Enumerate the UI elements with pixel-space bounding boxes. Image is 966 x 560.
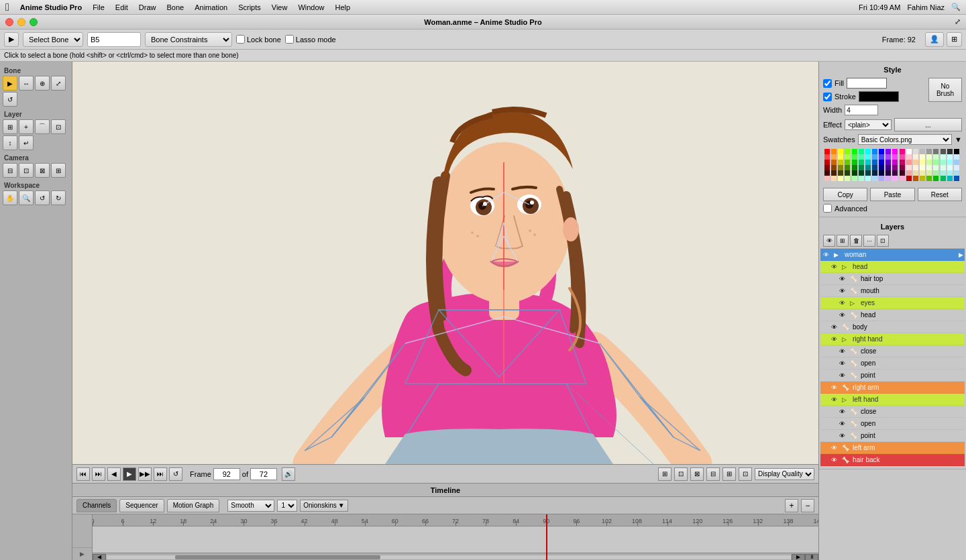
layer-item-left-open[interactable]: 👁🦴open — [820, 418, 965, 430]
swatch-cell[interactable] — [947, 160, 953, 165]
go-end-button[interactable]: ⏭ — [154, 467, 167, 481]
layer-item-point[interactable]: 👁🦴point — [820, 370, 965, 382]
swatch-cell[interactable] — [926, 154, 932, 160]
swatch-cell[interactable] — [824, 170, 830, 176]
swatch-cell[interactable] — [933, 170, 938, 176]
swatch-cell[interactable] — [906, 160, 912, 165]
step-back-button[interactable]: ⏭ — [92, 467, 105, 481]
swatch-cell[interactable] — [947, 149, 953, 154]
swatch-cell[interactable] — [926, 170, 932, 176]
pan-tool[interactable]: ✋ — [3, 190, 17, 205]
swatch-cell[interactable] — [845, 165, 850, 170]
swatch-cell[interactable] — [913, 154, 918, 160]
zoom-in-button[interactable]: + — [785, 499, 798, 512]
swatch-cell[interactable] — [900, 149, 905, 154]
swatch-cell[interactable] — [859, 165, 864, 170]
swatch-cell[interactable] — [838, 160, 843, 165]
close-button[interactable] — [5, 18, 13, 26]
swatch-cell[interactable] — [852, 176, 857, 181]
fill-color-swatch[interactable] — [847, 78, 887, 89]
swatch-cell[interactable] — [852, 165, 857, 170]
swatch-cell[interactable] — [838, 149, 843, 154]
swatch-cell[interactable] — [852, 170, 857, 176]
scroll-right-button[interactable]: ▶ — [792, 554, 805, 561]
fill-tool[interactable]: ⊡ — [51, 119, 66, 134]
layer-vis-icon[interactable]: 👁 — [831, 457, 841, 463]
swatch-cell[interactable] — [920, 170, 925, 176]
minimize-button[interactable] — [17, 18, 25, 26]
menu-scripts[interactable]: Scripts — [238, 3, 261, 11]
display-quality-dropdown[interactable]: Display Quality — [755, 468, 814, 480]
swatches-grid[interactable] — [824, 149, 961, 181]
menu-file[interactable]: File — [93, 3, 105, 11]
advanced-checkbox[interactable] — [823, 204, 832, 213]
swatch-cell[interactable] — [954, 165, 959, 170]
swatch-cell[interactable] — [913, 176, 918, 181]
swatch-cell[interactable] — [926, 176, 932, 181]
cursor-tool-button[interactable]: ▶ — [4, 32, 19, 47]
swatch-cell[interactable] — [947, 154, 953, 160]
swatch-cell[interactable] — [954, 170, 959, 176]
zoom-tool[interactable]: 🔍 — [19, 190, 34, 205]
swatch-cell[interactable] — [906, 154, 912, 160]
view-btn1[interactable]: ⊞ — [658, 467, 672, 481]
swatch-cell[interactable] — [831, 149, 837, 154]
add-point-tool[interactable]: + — [19, 119, 34, 134]
layer-vis-icon[interactable]: 👁 — [839, 421, 849, 427]
motion-graph-tab[interactable]: Motion Graph — [167, 499, 220, 512]
swatch-cell[interactable] — [892, 176, 898, 181]
fill-checkbox[interactable] — [823, 79, 832, 88]
timeline-scrollbar[interactable] — [106, 555, 792, 560]
apple-menu[interactable]:  — [5, 1, 9, 13]
swatch-cell[interactable] — [947, 170, 953, 176]
swatch-cell[interactable] — [885, 160, 891, 165]
lock-bone-checkbox[interactable] — [236, 35, 245, 44]
swatch-cell[interactable] — [913, 149, 918, 154]
swatch-cell[interactable] — [933, 154, 938, 160]
layer-item-body[interactable]: 👁🦴body — [820, 321, 965, 333]
zoom-out-button[interactable]: − — [801, 499, 814, 512]
swatch-cell[interactable] — [838, 165, 843, 170]
menu-view[interactable]: View — [272, 3, 288, 11]
group-tool[interactable]: ↵ — [19, 135, 34, 150]
layer-settings-btn[interactable]: ⊞ — [837, 235, 849, 247]
swatch-cell[interactable] — [900, 176, 905, 181]
swatch-cell[interactable] — [845, 160, 850, 165]
layer-item-left-hand[interactable]: 👁▷left hand — [820, 394, 965, 406]
camera-tool3[interactable]: ⊠ — [35, 163, 50, 178]
reset-button[interactable]: Reset — [918, 188, 962, 201]
go-start-button[interactable]: ⏮ — [76, 467, 90, 481]
swatch-cell[interactable] — [831, 165, 837, 170]
next-frame-button[interactable]: ▶▶ — [138, 467, 152, 481]
swatch-cell[interactable] — [824, 154, 830, 160]
layer-vis-icon[interactable]: 👁 — [831, 336, 841, 343]
lasso-mode-checkbox[interactable] — [285, 35, 294, 44]
layer-item-right-hand[interactable]: 👁▷right hand — [820, 333, 965, 345]
swatch-cell[interactable] — [845, 154, 850, 160]
layer-item-head-group[interactable]: 👁▷head — [820, 261, 965, 273]
swatch-cell[interactable] — [879, 149, 884, 154]
swatch-cell[interactable] — [879, 165, 884, 170]
canvas-container[interactable] — [72, 62, 818, 464]
swatch-cell[interactable] — [865, 170, 871, 176]
swatch-cell[interactable] — [824, 176, 830, 181]
no-brush-button[interactable]: No Brush — [928, 78, 962, 102]
menu-edit[interactable]: Edit — [115, 3, 128, 11]
layer-delete-btn[interactable]: 🗑 — [850, 235, 862, 247]
swatch-cell[interactable] — [865, 160, 871, 165]
swatch-cell[interactable] — [838, 154, 843, 160]
search-icon[interactable]: 🔍 — [951, 3, 961, 11]
swatch-cell[interactable] — [865, 154, 871, 160]
swatch-cell[interactable] — [920, 149, 925, 154]
layer-item-eyes[interactable]: 👁▷eyes — [820, 297, 965, 309]
add-bone-tool[interactable]: ⊕ — [35, 76, 50, 91]
swatch-cell[interactable] — [872, 149, 877, 154]
swatch-cell[interactable] — [926, 149, 932, 154]
swatch-cell[interactable] — [885, 165, 891, 170]
swatch-cell[interactable] — [920, 154, 925, 160]
swatch-cell[interactable] — [865, 165, 871, 170]
swatch-cell[interactable] — [920, 160, 925, 165]
audio-button[interactable]: 🔊 — [282, 467, 295, 481]
swatch-cell[interactable] — [906, 165, 912, 170]
layer-item-woman[interactable]: 👁▶woman▶ — [820, 249, 965, 261]
